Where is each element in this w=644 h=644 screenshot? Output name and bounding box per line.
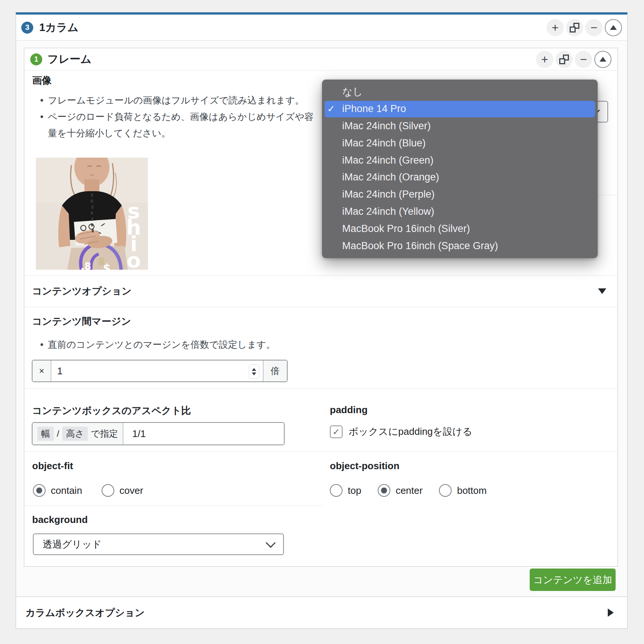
- background-select-value: 透過グリッド: [43, 538, 102, 551]
- column-panel-header: 3 1カラム + −: [16, 15, 627, 41]
- note-line: • ページのロード負荷となるため、画像はあらかじめサイズや容量を十分縮小してくだ…: [36, 108, 316, 141]
- collapse-icon[interactable]: [605, 19, 622, 36]
- caret-right-icon: [608, 609, 614, 617]
- margin-number-input[interactable]: 1: [51, 360, 263, 381]
- duplicate-icon-glyph: [570, 23, 579, 32]
- radio-icon: [330, 484, 343, 497]
- padding-checkbox[interactable]: ✓: [330, 425, 343, 438]
- radio-icon: [439, 484, 452, 497]
- padding-checkbox-row: ✓ ボックスにpaddingを設ける: [330, 425, 472, 438]
- slash: /: [57, 428, 59, 439]
- radio-icon: [33, 484, 46, 497]
- menu-option-macbook-silver[interactable]: MacBook Pro 16inch (Silver): [322, 220, 598, 237]
- column-panel-title: 1カラム: [39, 20, 78, 35]
- aspect-field-label: コンテンツボックスのアスペクト比: [32, 404, 191, 417]
- object-position-radios: top center bottom: [330, 484, 487, 497]
- frame-module-header: 1 フレーム + −: [24, 48, 617, 71]
- height-chip: 高さ: [62, 427, 88, 441]
- object-fit-radios: contain cover: [33, 484, 143, 497]
- duplicate-icon-glyph: [559, 55, 569, 64]
- image-field-label: 画像: [32, 74, 52, 87]
- duplicate-icon[interactable]: [566, 19, 583, 36]
- object-position-label: object-position: [330, 460, 399, 472]
- radio-bottom[interactable]: bottom: [439, 484, 487, 497]
- triangle-up-icon: [610, 25, 617, 30]
- padding-checkbox-label: ボックスにpaddingを設ける: [349, 425, 472, 438]
- menu-option-imac-orange[interactable]: iMac 24inch (Orange): [322, 169, 598, 186]
- add-content-button[interactable]: コンテンツを追加: [530, 569, 616, 591]
- column-index-badge: 3: [21, 22, 33, 34]
- width-chip: 幅: [37, 427, 54, 441]
- add-icon[interactable]: +: [536, 51, 553, 68]
- svg-text:.8: .8: [81, 261, 91, 270]
- radio-contain[interactable]: contain: [33, 484, 82, 497]
- margin-field-label: コンテンツ間マージン: [32, 315, 131, 328]
- chevron-down-icon: [266, 538, 276, 548]
- margin-field-note: • 直前のコンテンツとのマージンを倍数で設定します。: [36, 336, 305, 353]
- content-options-label: コンテンツオプション: [32, 285, 131, 298]
- collapse-icon[interactable]: [594, 51, 612, 68]
- menu-option-imac-green[interactable]: iMac 24inch (Green): [322, 152, 598, 169]
- multiplier-suffix: 倍: [263, 360, 287, 381]
- frame-module-title: フレーム: [47, 52, 92, 67]
- checkmark-icon: ✓: [327, 103, 342, 114]
- column-box-options-accordion[interactable]: カラムボックスオプション: [16, 597, 627, 628]
- menu-option-imac-yellow[interactable]: iMac 24inch (Yellow): [322, 203, 598, 220]
- aspect-ratio-input[interactable]: 1/1: [123, 423, 284, 445]
- bullet-icon: •: [36, 92, 48, 108]
- separator: [25, 452, 617, 452]
- menu-option-imac-perple[interactable]: iMac 24inch (Perple): [322, 186, 598, 203]
- bullet-icon: •: [36, 336, 48, 353]
- menu-option-none[interactable]: なし: [322, 83, 598, 100]
- aspect-value: 1/1: [132, 428, 146, 440]
- step-up-icon: [252, 368, 256, 371]
- background-field-label: background: [32, 514, 88, 526]
- menu-option-imac-silver[interactable]: iMac 24inch (Silver): [322, 118, 598, 135]
- triangle-up-icon: [600, 57, 606, 62]
- radio-icon: [102, 484, 114, 497]
- remove-icon[interactable]: −: [575, 51, 592, 68]
- add-icon[interactable]: +: [547, 19, 564, 36]
- menu-option-macbook-space-gray[interactable]: MacBook Pro 16inch (Space Gray): [322, 237, 598, 254]
- menu-option-iphone-14-pro[interactable]: ✓ iPhone 14 Pro: [322, 100, 598, 118]
- svg-text:$: $: [103, 261, 111, 270]
- aspect-prefix-text: で指定: [91, 428, 118, 440]
- image-thumbnail[interactable]: s h i o n $ .8: [36, 158, 148, 270]
- radio-top[interactable]: top: [330, 484, 361, 497]
- multiply-prefix: ×: [32, 360, 51, 381]
- separator: [25, 388, 617, 389]
- frame-index-badge: 1: [30, 53, 42, 65]
- svg-text:n: n: [126, 264, 141, 270]
- step-down-icon: [252, 372, 256, 375]
- background-select[interactable]: 透過グリッド: [33, 533, 284, 555]
- note-line: • フレームモジュールの画像はフルサイズで読み込まれます。: [36, 92, 316, 108]
- frame-module-actions: + −: [536, 51, 612, 68]
- radio-center[interactable]: center: [378, 484, 422, 497]
- bullet-icon: •: [36, 108, 48, 141]
- column-box-options-label: カラムボックスオプション: [25, 606, 145, 619]
- image-field-notes: • フレームモジュールの画像はフルサイズで読み込まれます。 • ページのロード負…: [36, 92, 316, 141]
- object-fit-label: object-fit: [32, 460, 73, 472]
- device-dropdown-menu: なし ✓ iPhone 14 Pro iMac 24inch (Silver) …: [322, 80, 598, 258]
- aspect-prefix: 幅 / 高さ で指定: [32, 423, 123, 445]
- aspect-input-group: 幅 / 高さ で指定 1/1: [32, 422, 285, 445]
- separator: [25, 505, 323, 506]
- padding-field-label: padding: [330, 404, 368, 416]
- radio-icon: [378, 484, 390, 497]
- caret-down-icon: [598, 288, 606, 294]
- margin-input-group: × 1 倍: [32, 360, 288, 382]
- menu-option-imac-blue[interactable]: iMac 24inch (Blue): [322, 134, 598, 152]
- remove-icon[interactable]: −: [585, 19, 603, 36]
- stepper-icon[interactable]: [249, 365, 259, 379]
- duplicate-icon[interactable]: [555, 51, 573, 68]
- column-panel-actions: + −: [547, 19, 622, 36]
- content-options-accordion[interactable]: コンテンツオプション: [24, 275, 617, 307]
- page: 3 1カラム + − 1 フレーム + − 画像 • フレームモジュールの画像は…: [0, 0, 644, 644]
- radio-cover[interactable]: cover: [102, 484, 143, 497]
- margin-value: 1: [57, 365, 62, 377]
